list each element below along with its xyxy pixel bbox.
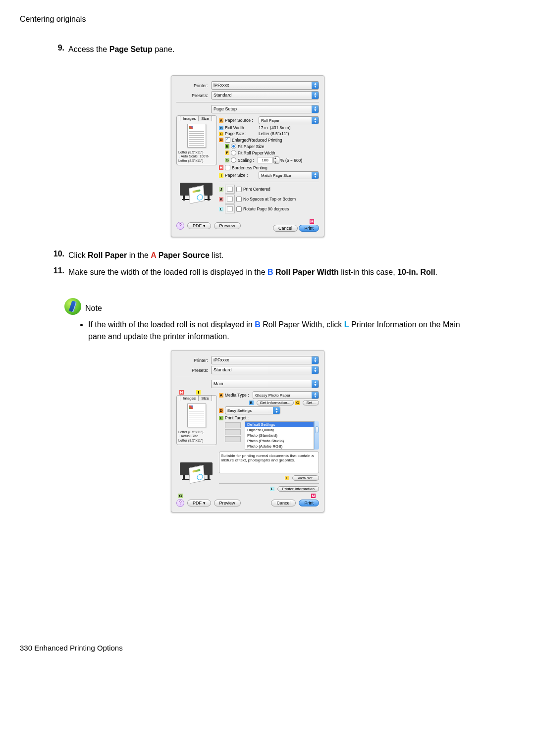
tag-L-2: L	[270, 487, 274, 491]
step-10: 10. Click Roll Paper in the A Paper Sour…	[50, 250, 476, 261]
print-button[interactable]: Print	[299, 225, 319, 232]
fit-roll-width-radio[interactable]	[231, 150, 236, 155]
tag-I: I	[219, 173, 223, 178]
tag-M-2: M	[311, 494, 316, 498]
note-block: Note If the width of the loaded roll is …	[64, 298, 476, 343]
note-label: Note	[85, 304, 102, 315]
cancel-button[interactable]: Cancel	[273, 225, 298, 232]
tab-size-2[interactable]: Size	[198, 395, 212, 401]
page-size-label: Page Size :	[225, 131, 259, 136]
presets-select[interactable]: Standard▲▼	[211, 91, 319, 100]
tag-B: B	[219, 126, 223, 130]
step-9: 9. Access the Page Setup pane.	[50, 44, 476, 55]
media-type-label: Media Type :	[225, 393, 253, 398]
presets-select-2[interactable]: Standard▲▼	[211, 366, 319, 374]
preview-info: Letter (8.5"x11") ↓ Auto Scale :100% Let…	[177, 150, 216, 165]
paper-preview-icon	[187, 124, 206, 148]
footer-section: Enhanced Printing Options	[34, 644, 122, 652]
scaling-radio[interactable]	[231, 157, 236, 163]
printer-illustration-icon	[176, 174, 216, 204]
paper-size2-label: Paper Size :	[225, 173, 259, 178]
printer-label-2: Printer:	[176, 358, 211, 363]
page-size-value: Letter (8.5"x11")	[259, 131, 289, 136]
pane-select-2[interactable]: Main▲▼	[211, 380, 319, 388]
view-set-button[interactable]: View set.	[292, 475, 319, 481]
no-spaces-checkbox[interactable]	[236, 197, 242, 202]
preview-tabbox-2: Images Size Letter (8.5"x11") ↓ Actual S…	[176, 395, 217, 445]
tag-C: C	[219, 132, 223, 136]
rotate90-checkbox[interactable]	[236, 206, 242, 212]
tag-L: L	[219, 207, 223, 211]
enlarged-reduced-checkbox[interactable]	[225, 137, 230, 143]
pdf-button-2[interactable]: PDF ▾	[187, 500, 211, 506]
tag-D: D	[219, 138, 223, 142]
preview-button[interactable]: Preview	[214, 222, 241, 229]
pane-select[interactable]: Page Setup▲▼	[211, 105, 319, 113]
tab-images-2[interactable]: Images	[180, 395, 199, 401]
help-button[interactable]: ?	[176, 222, 184, 230]
list-item[interactable]: Photo (Standard)	[245, 433, 314, 438]
tag-E-2: E	[219, 416, 223, 420]
print-target-description: Suitable for printing normal documents t…	[219, 452, 319, 473]
page-number: 330	[20, 644, 32, 652]
note-bullet: If the width of the loaded roll is not d…	[88, 319, 476, 343]
list-item[interactable]: Highest Quality	[245, 427, 314, 433]
scaling-input[interactable]: 100	[258, 157, 272, 163]
print-target-listbox[interactable]: Default Settings Highest Quality Photo (…	[245, 421, 314, 450]
printer-label: Printer:	[176, 83, 211, 88]
scaling-label: Scaling :	[238, 158, 258, 163]
list-item[interactable]: Photo (Adobe RGB)	[245, 444, 314, 449]
tab-size[interactable]: Size	[198, 115, 212, 121]
borderless-checkbox[interactable]	[225, 165, 230, 170]
tag-B-2: B	[249, 401, 254, 405]
fit-paper-size-radio[interactable]	[231, 144, 236, 149]
media-type-select[interactable]: Glossy Photo Paper▲▼	[253, 391, 319, 399]
borderless-label: Borderless Printing	[232, 165, 268, 170]
fit-roll-width-label: Fit Roll Paper Width	[238, 151, 275, 155]
print-centered-checkbox[interactable]	[236, 187, 242, 192]
tag-H-2: H	[179, 390, 184, 395]
presets-label: Presets:	[176, 93, 211, 98]
roll-width-label: Roll Width :	[225, 125, 259, 130]
tag-J: J	[219, 187, 223, 192]
presets-label-2: Presets:	[176, 368, 211, 373]
cancel-button-2[interactable]: Cancel	[271, 500, 296, 506]
paper-source-select[interactable]: Roll Paper▲▼	[259, 116, 319, 124]
tag-G-2: G	[178, 494, 183, 498]
print-target-thumbs	[225, 421, 243, 450]
tag-G: G	[225, 158, 229, 162]
step-11-number: 11.	[50, 266, 64, 275]
listbox-scrollbar[interactable]	[314, 421, 319, 450]
printer-information-button[interactable]: Printer Information	[277, 486, 319, 492]
print-target-label: Print Target :	[225, 415, 249, 420]
printer-select[interactable]: iPFxxxx▲▼	[211, 81, 319, 90]
enlarged-reduced-label: Enlarged/Reduced Printing	[232, 138, 282, 143]
preview-button-2[interactable]: Preview	[214, 500, 241, 506]
tag-M: M	[310, 219, 314, 224]
scaling-stepper[interactable]	[273, 156, 279, 164]
no-spaces-icon	[225, 195, 235, 203]
rotate90-icon	[225, 204, 235, 213]
main-dialog: Printer: iPFxxxx▲▼ Presets: Standard▲▼ M…	[171, 350, 324, 512]
printer-select-2[interactable]: iPFxxxx▲▼	[211, 356, 319, 364]
tag-C-2: C	[295, 401, 300, 405]
tag-H: H	[219, 165, 223, 170]
page-title: Centering originals	[20, 15, 476, 24]
tab-images[interactable]: Images	[180, 115, 199, 121]
list-item[interactable]: Default Settings	[245, 422, 314, 427]
preview-info-2: Letter (8.5"x11") ↓ Actual Size Letter (…	[177, 429, 216, 445]
set-button[interactable]: Set...	[303, 400, 319, 405]
fit-paper-size-label: Fit Paper Size	[238, 144, 264, 149]
tag-A: A	[219, 118, 223, 123]
tag-F-2: F	[285, 476, 289, 480]
roll-width-value: 17 in. (431.8mm)	[259, 125, 290, 130]
list-item[interactable]: Photo (Photo Studio)	[245, 438, 314, 444]
help-button-2[interactable]: ?	[176, 499, 184, 507]
get-information-button[interactable]: Get Information...	[257, 400, 294, 405]
print-centered-label: Print Centered	[243, 187, 270, 192]
paper-size2-select[interactable]: Match Page Size▲▼	[259, 171, 319, 179]
print-button-2[interactable]: Print	[299, 500, 319, 506]
pdf-button[interactable]: PDF ▾	[187, 222, 211, 229]
tag-E: E	[225, 144, 229, 149]
easy-settings-select[interactable]: Easy Settings▲▼	[225, 406, 280, 414]
